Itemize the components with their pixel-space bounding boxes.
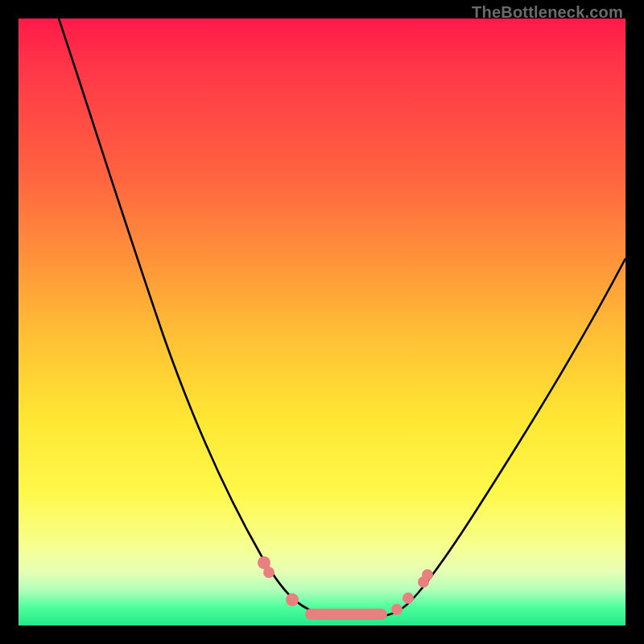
- marker-dot: [402, 592, 414, 604]
- marker-bar: [305, 609, 387, 620]
- bottleneck-curve: [59, 19, 625, 618]
- curve-layer: [19, 19, 625, 625]
- marker-dot: [263, 567, 275, 578]
- marker-dot: [286, 593, 299, 606]
- watermark-text: TheBottleneck.com: [472, 3, 623, 22]
- marker-dot: [422, 569, 433, 580]
- marker-dot: [391, 604, 402, 615]
- plot-area: [19, 19, 625, 625]
- chart-frame: TheBottleneck.com: [0, 0, 644, 644]
